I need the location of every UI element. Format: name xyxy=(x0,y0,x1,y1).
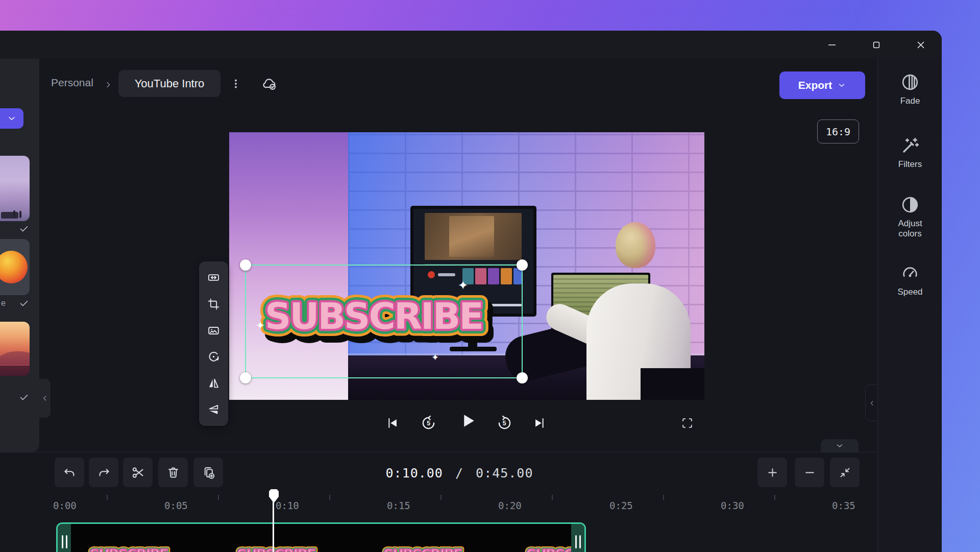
zoom-out-button[interactable] xyxy=(795,458,824,487)
chevron-down-icon xyxy=(837,81,846,90)
thumbnail-silhouette xyxy=(1,212,18,219)
ruler-label: 0:20 xyxy=(498,500,522,511)
resize-button[interactable] xyxy=(204,268,224,288)
current-time: 0:10.00 xyxy=(386,466,443,481)
scene-game-tile xyxy=(449,216,494,257)
tool-label: Fade xyxy=(900,96,920,106)
skip-start-icon xyxy=(385,416,399,430)
ruler-tick xyxy=(663,495,664,500)
clip-thumbnail: SUBSCRIBE SUBSCRIBE SUBSCRIBE SUBSCRIBE xyxy=(377,540,469,552)
minimize-icon xyxy=(826,39,838,51)
skip-to-end-button[interactable] xyxy=(528,412,551,434)
media-thumbnail-sunset[interactable] xyxy=(0,322,30,376)
ruler-tick xyxy=(329,495,330,500)
clip-trim-handle-left[interactable] xyxy=(58,524,71,552)
minimize-button[interactable] xyxy=(818,31,846,59)
redo-button[interactable] xyxy=(89,458,118,487)
rotate-button[interactable] xyxy=(204,347,224,367)
fullscreen-icon xyxy=(681,417,694,429)
tools-rail: Fade Filters Adjust colors Speed xyxy=(877,59,942,552)
ruler-label: 0:30 xyxy=(721,500,744,511)
flip-vertical-icon xyxy=(207,403,220,416)
picture-in-picture-icon xyxy=(207,324,220,337)
project-menu-button[interactable] xyxy=(228,72,244,95)
aspect-ratio-badge[interactable]: 16:9 xyxy=(817,119,859,143)
ruler-label: 0:15 xyxy=(387,500,410,511)
fade-icon xyxy=(901,73,919,91)
chevron-down-icon xyxy=(7,113,17,124)
clip-trim-handle-right[interactable] xyxy=(571,524,584,552)
scissors-icon xyxy=(131,466,145,479)
collapse-properties-button[interactable] xyxy=(821,439,859,452)
close-icon xyxy=(915,39,926,51)
media-panel-collapse-button[interactable] xyxy=(39,379,51,418)
added-check-icon xyxy=(18,392,31,404)
media-thumbnail-beach[interactable] xyxy=(0,156,30,221)
export-button[interactable]: Export xyxy=(779,71,865,99)
clip-thumb-text: SUBSCRIBE xyxy=(237,546,315,552)
timeline-ruler[interactable]: 0:00 0:05 0:10 0:15 0:20 0:25 0:30 0:35 xyxy=(0,495,877,517)
cloud-sync-button[interactable] xyxy=(256,72,283,95)
zoom-in-button[interactable] xyxy=(757,458,787,487)
chevron-left-icon xyxy=(41,394,49,402)
selection-handle-top-left[interactable] xyxy=(240,259,251,271)
filters-icon xyxy=(901,136,919,155)
adjust-colors-icon xyxy=(901,196,919,214)
total-time: 0:45.00 xyxy=(476,466,533,481)
selection-box[interactable] xyxy=(245,265,523,378)
delete-button[interactable] xyxy=(158,458,188,487)
flip-vertical-button[interactable] xyxy=(204,399,224,420)
fullscreen-button[interactable] xyxy=(676,412,698,434)
tool-filters[interactable]: Filters xyxy=(878,136,942,170)
timeline-section: 0:10.00 / 0:45.00 0:00 0:05 0:10 0:15 0:… xyxy=(0,452,877,552)
ruler-label: 0:10 xyxy=(276,500,299,511)
selection-handle-top-right[interactable] xyxy=(517,259,528,271)
thumbnail-figure xyxy=(19,211,21,218)
kebab-icon xyxy=(230,78,242,90)
speed-icon xyxy=(901,264,919,282)
split-button[interactable] xyxy=(123,458,153,487)
maximize-button[interactable] xyxy=(862,31,891,59)
tool-speed[interactable]: Speed xyxy=(878,264,942,297)
undo-icon xyxy=(63,466,77,479)
app-window: Personal YouTube Intro Export 16:9 xyxy=(0,31,942,552)
flip-horizontal-button[interactable] xyxy=(204,373,224,394)
crop-button[interactable] xyxy=(204,294,224,314)
forward-amount: 5 xyxy=(502,420,506,427)
media-panel: e xyxy=(0,59,39,452)
ruler-tick xyxy=(774,495,775,500)
breadcrumb-root[interactable]: Personal xyxy=(51,77,93,89)
media-panel-action-button[interactable] xyxy=(0,108,23,129)
picture-in-picture-button[interactable] xyxy=(204,320,224,341)
skip-to-start-button[interactable] xyxy=(381,412,403,434)
added-check-icon xyxy=(18,298,31,310)
rewind-5-button[interactable]: 5 xyxy=(417,412,439,434)
duplicate-button[interactable] xyxy=(193,458,223,487)
tool-fade[interactable]: Fade xyxy=(878,73,942,106)
forward-5-button[interactable]: 5 xyxy=(493,412,516,434)
chevron-down-icon xyxy=(835,441,844,450)
timeline-clip-subscribe[interactable]: SUBSCRIBE SUBSCRIBE SUBSCRIBE SUBSCRIBE … xyxy=(56,522,586,552)
selection-handle-bottom-left[interactable] xyxy=(240,372,251,383)
trash-icon xyxy=(166,466,180,479)
cloud-sync-icon xyxy=(262,76,277,91)
play-button[interactable] xyxy=(456,410,479,432)
added-check-icon xyxy=(18,223,31,235)
video-preview-canvas[interactable]: SUBSCRIBE SUBSCRIBE SUBSCRIBE SUBSCRIBE … xyxy=(229,132,704,400)
zoom-fit-button[interactable] xyxy=(830,458,860,487)
project-title-field[interactable]: YouTube Intro xyxy=(118,70,220,97)
minus-icon xyxy=(803,466,816,479)
undo-button[interactable] xyxy=(55,458,84,487)
media-thumbnail-logo[interactable] xyxy=(0,239,30,295)
chevron-left-icon xyxy=(868,399,876,407)
desktop: { "header": { "breadcrumb_root": "Person… xyxy=(0,0,980,552)
selection-handle-bottom-right[interactable] xyxy=(517,372,528,383)
play-icon xyxy=(458,412,477,430)
floating-edit-toolbar xyxy=(199,261,228,426)
tool-adjust-colors[interactable]: Adjust colors xyxy=(878,196,942,239)
tools-rail-collapse-button[interactable] xyxy=(865,385,878,421)
ruler-label: 0:05 xyxy=(164,500,188,511)
fit-to-screen-icon xyxy=(839,466,851,479)
close-button[interactable] xyxy=(906,31,935,59)
tool-label: Filters xyxy=(898,159,922,170)
